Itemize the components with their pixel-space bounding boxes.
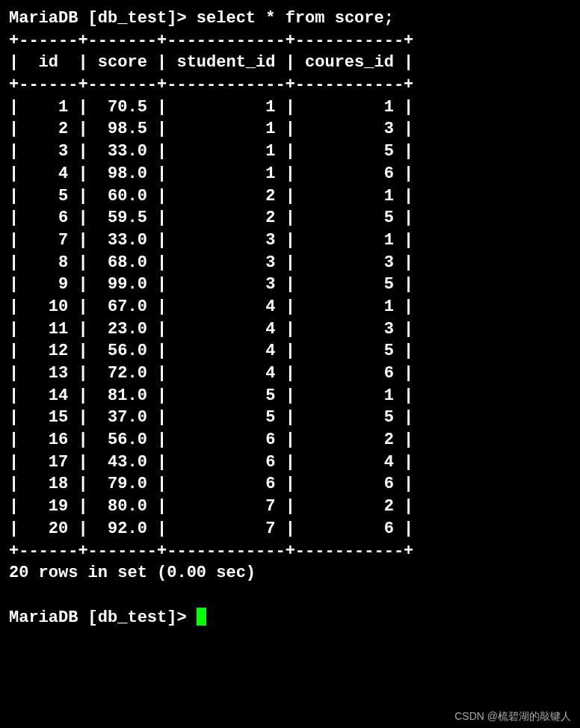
table-row: | 8 | 68.0 | 3 | 3 | xyxy=(9,252,571,274)
prompt-text: MariaDB [db_test]> xyxy=(9,608,197,627)
table-row: | 20 | 92.0 | 7 | 6 | xyxy=(9,518,571,540)
table-separator: +------+-------+------------+-----------… xyxy=(9,74,571,96)
prompt-line[interactable]: MariaDB [db_test]> xyxy=(9,607,571,629)
query-text: select * from score; xyxy=(197,9,394,28)
table-separator: +------+-------+------------+-----------… xyxy=(9,540,571,563)
table-row: | 11 | 23.0 | 4 | 3 | xyxy=(9,318,571,341)
table-row: | 15 | 37.0 | 5 | 5 | xyxy=(9,407,571,429)
table-row: | 19 | 80.0 | 7 | 2 | xyxy=(9,496,571,518)
watermark: CSDN @梳碧湖的敲键人 xyxy=(454,709,571,724)
result-message: 20 rows in set (0.00 sec) xyxy=(9,562,571,584)
table-row: | 16 | 56.0 | 6 | 2 | xyxy=(9,429,571,451)
blank-line xyxy=(9,584,571,607)
table-row: | 13 | 72.0 | 4 | 6 | xyxy=(9,363,571,385)
command-line: MariaDB [db_test]> select * from score; xyxy=(9,7,571,30)
table-row: | 18 | 79.0 | 6 | 6 | xyxy=(9,473,571,496)
table-row: | 14 | 81.0 | 5 | 1 | xyxy=(9,385,571,407)
table-row: | 4 | 98.0 | 1 | 6 | xyxy=(9,163,571,185)
table-row: | 3 | 33.0 | 1 | 5 | xyxy=(9,141,571,163)
table-body: | 1 | 70.5 | 1 | 1 || 2 | 98.5 | 1 | 3 |… xyxy=(9,96,571,540)
table-row: | 12 | 56.0 | 4 | 5 | xyxy=(9,340,571,363)
table-row: | 2 | 98.5 | 1 | 3 | xyxy=(9,118,571,141)
table-header: | id | score | student_id | coures_id | xyxy=(9,52,571,74)
table-separator: +------+-------+------------+-----------… xyxy=(9,30,571,52)
table-row: | 10 | 67.0 | 4 | 1 | xyxy=(9,296,571,318)
table-row: | 7 | 33.0 | 3 | 1 | xyxy=(9,229,571,252)
table-row: | 6 | 59.5 | 2 | 5 | xyxy=(9,207,571,229)
cursor-icon xyxy=(197,608,206,626)
table-row: | 17 | 43.0 | 6 | 4 | xyxy=(9,451,571,474)
table-row: | 1 | 70.5 | 1 | 1 | xyxy=(9,96,571,119)
prompt-text: MariaDB [db_test]> xyxy=(9,9,197,28)
table-row: | 5 | 60.0 | 2 | 1 | xyxy=(9,185,571,208)
table-row: | 9 | 99.0 | 3 | 5 | xyxy=(9,274,571,296)
